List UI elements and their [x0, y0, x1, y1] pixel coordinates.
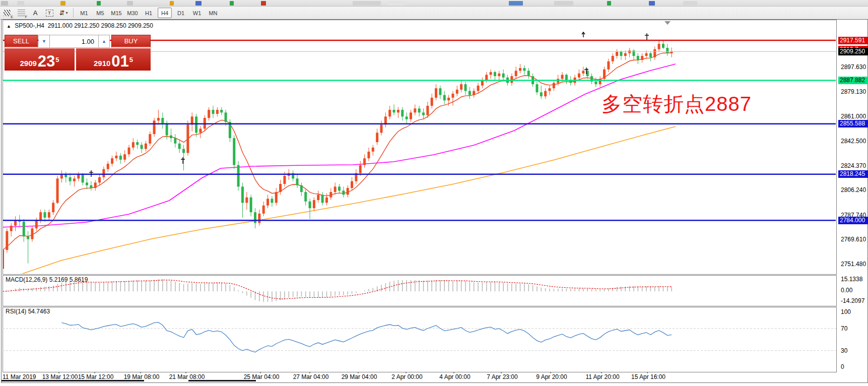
buy-button[interactable]: BUY — [111, 35, 151, 48]
chart-ohlc-values: 2911.000 2912.250 2908.250 2909.250 — [48, 22, 153, 29]
toolbar-icon-fragment — [230, 1, 234, 6]
date-axis-label: 2 Apr 00:00 — [391, 373, 422, 380]
buy-price-big: 01 — [111, 54, 128, 69]
sell-price-box[interactable]: 2909 23 5 — [5, 48, 75, 71]
price-level-tag: 2784.000 — [838, 217, 868, 224]
timeframe-button-m30[interactable]: M30 — [125, 8, 140, 18]
lot-decrease-button[interactable]: ▼ — [38, 35, 50, 48]
rsi-scale-label: 100 — [841, 308, 868, 316]
one-click-trading-panel: SELL ▼ ▲ BUY 2909 23 5 2910 01 5 — [5, 35, 151, 71]
timeframe-button-m1[interactable]: M1 — [77, 8, 91, 18]
toolbar-icon-fragment — [195, 1, 202, 6]
chart-title: ▲ SP500-,H4 2911.000 2912.250 2908.250 2… — [7, 22, 153, 29]
price-level-tag: 2909.250 — [838, 48, 868, 55]
date-axis-label: 4 Apr 00:00 — [439, 373, 470, 380]
price-tick-label: 2897.630 — [841, 63, 868, 71]
toolbar-icon-fragment — [509, 1, 523, 6]
price-tick-label: 2861.000 — [841, 113, 868, 120]
lot-increase-button[interactable]: ▲ — [98, 35, 110, 48]
price-tick-label: 2769.610 — [841, 236, 868, 243]
toolbar-icon-fragment — [683, 1, 697, 6]
trading-platform-window: E F A T ⇵▾ M1M5M15M30H1H4D1W1MN ▲ SP500-… — [0, 0, 868, 386]
price-level-tag: 2917.591 — [838, 37, 868, 44]
chart-canvas — [2, 20, 867, 381]
timeframe-button-h4[interactable]: H4 — [158, 8, 172, 18]
toolbar-icon-fragment — [607, 1, 611, 6]
date-axis-label: 27 Mar 04:00 — [293, 373, 329, 380]
text-box-icon[interactable]: T — [43, 8, 56, 18]
macd-indicator-label: MACD(12,26,9) 5.2169 5.8619 — [6, 276, 88, 283]
chart-annotation-text: 多空转折点2887 — [602, 90, 752, 118]
toolbar-icon-fragment — [97, 1, 101, 6]
buy-price-sup: 5 — [129, 51, 133, 69]
rsi-scale-label: 30 — [841, 347, 868, 355]
timeframe-button-h1[interactable]: H1 — [142, 8, 156, 18]
macd-scale-label: 0.00 — [841, 287, 868, 294]
date-axis-label: 21 Mar 08:00 — [169, 373, 205, 380]
timeframe-button-d1[interactable]: D1 — [174, 8, 188, 18]
collapse-triangle-icon[interactable]: ▲ — [7, 24, 11, 29]
rsi-scale-label: 0 — [841, 363, 868, 371]
timeframe-button-m5[interactable]: M5 — [93, 8, 107, 18]
chart-toolbar: E F A T ⇵▾ M1M5M15M30H1H4D1W1MN — [0, 7, 868, 20]
toolbar-icon-fragment — [60, 1, 65, 6]
sell-button[interactable]: SELL — [5, 35, 38, 48]
sell-price-small: 2909 — [20, 58, 36, 69]
price-level-tag: 2818.245 — [838, 170, 868, 178]
price-tick-label: 2824.370 — [841, 162, 868, 170]
rsi-scale-label: 70 — [841, 325, 868, 333]
fibonacci-icon[interactable]: F — [15, 8, 28, 18]
timeframe-button-m15[interactable]: M15 — [109, 8, 123, 18]
price-level-tag: 2887.882 — [838, 77, 868, 84]
date-axis-label: 15 Mar 12:00 — [78, 373, 114, 380]
date-axis-label: 9 Apr 20:00 — [536, 373, 567, 380]
price-tick-label: 2751.480 — [841, 261, 868, 268]
chart-window: ▲ SP500-,H4 2911.000 2912.250 2908.250 2… — [1, 19, 868, 383]
timeframe-button-mn[interactable]: MN — [206, 8, 220, 18]
price-tick-label: 2806.240 — [841, 186, 868, 194]
lot-size-input[interactable] — [49, 35, 99, 48]
arrows-icon[interactable]: ⇵▾ — [57, 8, 70, 18]
timeframe-button-group: M1M5M15M30H1H4D1W1MN — [76, 8, 221, 18]
macd-scale-label: -14.2097 — [841, 297, 868, 305]
price-tick-label: 2842.500 — [841, 138, 868, 145]
toolbar-icon-fragment — [388, 1, 405, 6]
sell-price-big: 23 — [38, 54, 55, 69]
chart-symbol: SP500-,H4 — [15, 22, 44, 29]
date-axis-label: 11 Apr 20:00 — [585, 373, 619, 380]
price-level-tag: 2855.588 — [838, 120, 868, 127]
price-tick-label: 2879.130 — [841, 88, 868, 96]
toolbar-icon-fragment — [353, 1, 381, 6]
date-axis-label: 7 Apr 23:00 — [487, 373, 517, 380]
date-axis-label: 13 Mar 12:00 — [42, 373, 78, 380]
date-axis-label: 15 Apr 16:00 — [631, 373, 665, 380]
date-axis-label: 11 Mar 2019 — [3, 373, 36, 380]
toolbar-icon-fragment — [17, 1, 24, 6]
toolbar-icon-fragment — [649, 1, 655, 6]
toolbar-icon-fragment — [170, 1, 174, 6]
macd-scale-label: 15.1338 — [841, 276, 868, 283]
date-axis-label: 19 Mar 08:00 — [124, 373, 160, 380]
date-axis-label: 29 Mar 04:00 — [342, 373, 377, 380]
buy-price-box[interactable]: 2910 01 5 — [76, 48, 151, 71]
toolbar-icon-fragment — [1, 1, 8, 6]
equidistant-channel-icon[interactable]: E — [1, 8, 14, 18]
text-label-icon[interactable]: A — [29, 8, 42, 18]
toolbar-separator — [73, 8, 74, 18]
buy-price-small: 2910 — [94, 58, 110, 69]
timeframe-button-w1[interactable]: W1 — [190, 8, 204, 18]
rsi-indicator-label: RSI(14) 54.7463 — [6, 308, 50, 315]
toolbar-icon-fragment — [261, 1, 266, 6]
upper-toolbar-partial — [0, 0, 868, 7]
toolbar-icon-fragment — [554, 1, 573, 6]
sell-price-sup: 5 — [55, 51, 59, 69]
toolbar-icon-fragment — [127, 1, 133, 6]
date-axis-label: 25 Mar 04:00 — [244, 373, 280, 380]
